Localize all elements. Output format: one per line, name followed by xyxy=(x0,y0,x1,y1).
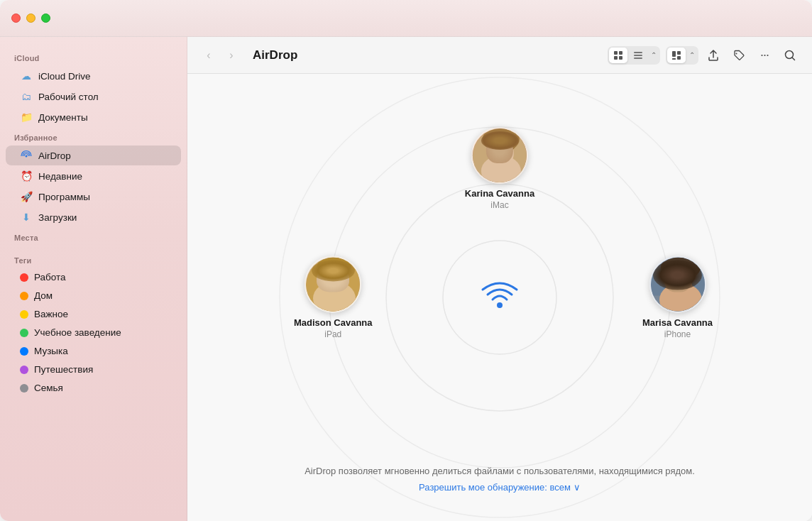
svg-rect-6 xyxy=(634,57,642,59)
svg-point-28 xyxy=(317,258,351,276)
documents-label: Документы xyxy=(38,112,88,123)
svg-point-34 xyxy=(665,259,696,287)
radar-container: Karina Cavanna iMac xyxy=(265,120,734,475)
tag-home-label: Дом xyxy=(34,290,53,301)
icon-view-btn[interactable] xyxy=(609,48,627,63)
tag-music-label: Музыка xyxy=(34,346,68,356)
sidebar-item-tag-travel[interactable]: Путешествия xyxy=(6,361,181,378)
svg-point-20 xyxy=(485,132,517,153)
sidebar-item-downloads[interactable]: ⬇ Загрузки xyxy=(6,207,181,227)
recents-label: Недавние xyxy=(38,171,82,182)
recents-icon: ⏰ xyxy=(20,170,33,182)
svg-rect-4 xyxy=(634,52,642,53)
svg-rect-10 xyxy=(672,58,676,60)
gallery-toggle: ⌃ xyxy=(666,46,698,65)
person-marisa[interactable]: Marisa Cavanna iPhone xyxy=(642,256,713,339)
sidebar-item-tag-school[interactable]: Учебное заведение xyxy=(6,324,181,341)
desktop-icon: 🗂 xyxy=(20,90,33,103)
toolbar-right: ⌃ ⌃ xyxy=(608,45,801,66)
gallery-view-btn[interactable] xyxy=(667,48,686,63)
karina-device: iMac xyxy=(490,200,508,210)
permission-text: Разрешить мое обнаружение: всем xyxy=(419,482,571,493)
tag-work-label: Работа xyxy=(34,272,66,283)
svg-rect-0 xyxy=(614,51,618,55)
finder-window: iCloud ☁ iCloud Drive 🗂 Рабочий стол 📁 Д… xyxy=(0,0,812,521)
icloud-drive-icon: ☁ xyxy=(20,70,33,82)
sidebar-item-tag-family[interactable]: Семья xyxy=(6,379,181,397)
view-chevron[interactable]: ⌃ xyxy=(649,51,659,59)
sidebar-item-airdrop[interactable]: AirDrop xyxy=(6,146,181,165)
tag-dot-travel xyxy=(20,366,28,374)
madison-device: iPad xyxy=(324,329,341,339)
nav-buttons: ‹ › xyxy=(199,45,241,65)
applications-icon: 🚀 xyxy=(20,190,33,203)
svg-rect-8 xyxy=(677,51,681,55)
tags-section-label: Теги xyxy=(0,251,187,268)
sidebar-item-desktop[interactable]: 🗂 Рабочий стол xyxy=(6,87,181,106)
forward-button[interactable]: › xyxy=(221,45,241,65)
icloud-drive-label: iCloud Drive xyxy=(38,71,91,82)
madison-name: Madison Cavanna xyxy=(294,317,373,328)
toolbar-title: AirDrop xyxy=(253,48,297,62)
icloud-section-label: iCloud xyxy=(0,48,187,65)
person-karina[interactable]: Karina Cavanna iMac xyxy=(465,127,534,210)
gallery-chevron[interactable]: ⌃ xyxy=(687,51,697,59)
tag-important-label: Важное xyxy=(34,309,68,319)
sidebar-item-icloud-drive[interactable]: ☁ iCloud Drive xyxy=(6,66,181,86)
sidebar-item-tag-important[interactable]: Важное xyxy=(6,305,181,323)
avatar-marisa xyxy=(649,256,706,313)
sidebar: iCloud ☁ iCloud Drive 🗂 Рабочий стол 📁 Д… xyxy=(0,37,187,521)
avatar-karina xyxy=(471,127,528,184)
maximize-button[interactable] xyxy=(41,13,50,23)
tag-dot-family xyxy=(20,384,28,393)
airdrop-sidebar-label: AirDrop xyxy=(38,150,71,161)
sidebar-item-recents[interactable]: ⏰ Недавние xyxy=(6,166,181,186)
sidebar-item-tag-home[interactable]: Дом xyxy=(6,287,181,305)
favorites-section-label: Избранное xyxy=(0,128,187,145)
svg-point-27 xyxy=(320,259,349,282)
marisa-name: Marisa Cavanna xyxy=(642,317,713,328)
avatar-madison xyxy=(304,256,361,313)
view-toggle: ⌃ xyxy=(608,46,660,65)
downloads-icon: ⬇ xyxy=(20,211,33,224)
tag-dot-work xyxy=(20,273,28,282)
back-button[interactable]: ‹ xyxy=(199,45,219,65)
list-view-btn[interactable] xyxy=(629,48,647,63)
sidebar-item-tag-music[interactable]: Музыка xyxy=(6,342,181,360)
airdrop-description: AirDrop позволяет мгновенно делиться фай… xyxy=(287,466,713,476)
minimize-button[interactable] xyxy=(26,13,35,23)
tag-dot-home xyxy=(20,292,28,300)
tag-dot-music xyxy=(20,347,28,356)
svg-rect-7 xyxy=(672,51,676,57)
tag-dot-school xyxy=(20,329,28,337)
main-layout: iCloud ☁ iCloud Drive 🗂 Рабочий стол 📁 Д… xyxy=(0,37,812,521)
toolbar: ‹ › AirDrop xyxy=(187,37,812,74)
svg-rect-3 xyxy=(619,56,622,60)
airdrop-center-icon xyxy=(475,273,525,322)
places-section-label: Места xyxy=(0,228,187,245)
tag-button[interactable] xyxy=(728,45,750,66)
person-madison[interactable]: Madison Cavanna iPad xyxy=(294,256,373,339)
sidebar-item-documents[interactable]: 📁 Документы xyxy=(6,107,181,127)
airdrop-icon xyxy=(20,149,33,162)
svg-rect-9 xyxy=(677,56,681,60)
sidebar-item-tag-work[interactable]: Работа xyxy=(6,268,181,286)
tag-school-label: Учебное заведение xyxy=(34,327,121,338)
more-button[interactable]: ··· xyxy=(754,45,775,66)
sidebar-item-applications[interactable]: 🚀 Программы xyxy=(6,187,181,207)
airdrop-main: Karina Cavanna iMac xyxy=(187,74,812,521)
tag-family-label: Семья xyxy=(34,383,63,393)
titlebar xyxy=(0,0,812,37)
airdrop-bottom-text: AirDrop позволяет мгновенно делиться фай… xyxy=(287,466,713,493)
documents-icon: 📁 xyxy=(20,111,33,124)
search-button[interactable] xyxy=(779,45,801,66)
close-button[interactable] xyxy=(11,13,21,23)
applications-label: Программы xyxy=(38,192,90,202)
karina-name: Karina Cavanna xyxy=(465,188,534,199)
airdrop-permission-btn[interactable]: Разрешить мое обнаружение: всем ∨ xyxy=(287,482,713,493)
content-area: ‹ › AirDrop xyxy=(187,37,812,521)
tag-travel-label: Путешествия xyxy=(34,364,93,375)
share-button[interactable] xyxy=(703,45,724,66)
svg-rect-1 xyxy=(619,51,622,55)
svg-point-38 xyxy=(497,302,503,308)
